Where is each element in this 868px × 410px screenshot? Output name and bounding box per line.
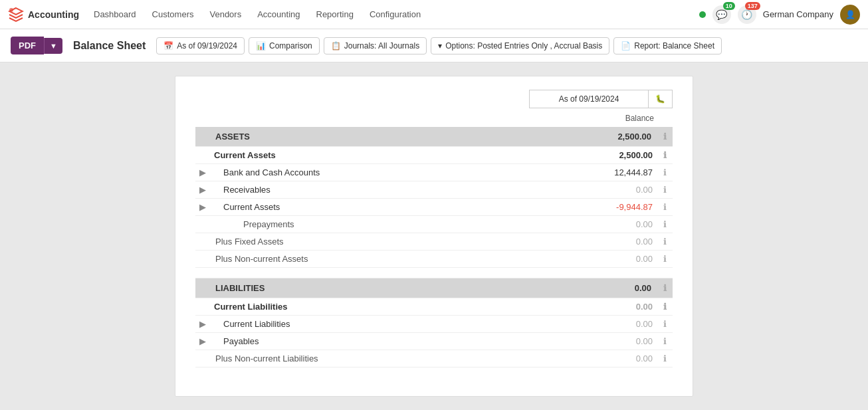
top-navigation: Accounting Dashboard Customers Vendors A… xyxy=(0,0,868,29)
prepayments-info[interactable]: ℹ xyxy=(657,216,673,233)
nav-dashboard[interactable]: Dashboard xyxy=(87,5,143,23)
page-title: Balance Sheet xyxy=(73,40,146,52)
comparison-label: Comparison xyxy=(269,41,312,51)
liabilities-total: 0.00 xyxy=(577,278,657,298)
balance-sheet-table: ASSETS 2,500.00 ℹ Current Assets 2,500.0… xyxy=(195,127,673,367)
comparison-filter-button[interactable]: 📊 Comparison xyxy=(249,37,320,54)
non-current-liabilities-amount: 0.00 xyxy=(577,350,657,367)
bank-cash-label: Bank and Cash Accounts xyxy=(210,164,577,181)
fixed-assets-amount: 0.00 xyxy=(577,233,657,251)
non-current-assets-amount: 0.00 xyxy=(577,251,657,268)
report-toolbar: PDF ▼ Balance Sheet 📅 As of 09/19/2024 📊… xyxy=(0,29,868,62)
report-type-button[interactable]: 📄 Report: Balance Sheet xyxy=(613,37,722,54)
assets-info-icon[interactable]: ℹ xyxy=(657,127,673,147)
receivables-info[interactable]: ℹ xyxy=(657,181,673,199)
bank-cash-row: ▶ Bank and Cash Accounts 12,444.87 ℹ xyxy=(195,164,673,181)
current-liabilities-label: Current Liabilities xyxy=(210,316,577,333)
options-label: Options: Posted Entries Only , Accrual B… xyxy=(445,41,602,51)
user-avatar[interactable]: 👤 xyxy=(840,5,860,25)
current-assets-sub-label: Current Assets xyxy=(210,199,577,216)
payables-row: ▶ Payables 0.00 ℹ xyxy=(195,333,673,350)
assets-header-row: ASSETS 2,500.00 ℹ xyxy=(195,127,673,147)
debug-button[interactable]: 🐛 xyxy=(649,90,673,108)
current-assets-sub-info[interactable]: ℹ xyxy=(657,199,673,216)
liabilities-header-row: LIABILITIES 0.00 ℹ xyxy=(195,278,673,298)
non-current-assets-row: Plus Non-current Assets 0.00 ℹ xyxy=(195,251,673,268)
options-filter-button[interactable]: ▾ Options: Posted Entries Only , Accrual… xyxy=(431,37,609,54)
bank-cash-info[interactable]: ℹ xyxy=(657,164,673,181)
current-assets-info[interactable]: ℹ xyxy=(657,147,673,164)
non-current-liabilities-row: Plus Non-current Liabilities 0.00 ℹ xyxy=(195,350,673,367)
payables-amount: 0.00 xyxy=(577,333,657,350)
current-assets-subsection: Current Assets 2,500.00 ℹ xyxy=(195,147,673,164)
payables-label: Payables xyxy=(210,333,577,350)
journals-label: Journals: All Journals xyxy=(344,41,419,51)
nav-reporting[interactable]: Reporting xyxy=(310,5,360,23)
bank-cash-expand[interactable]: ▶ xyxy=(195,164,210,181)
messages-button[interactable]: 💬 10 xyxy=(712,5,731,24)
date-cell: As of 09/19/2024 xyxy=(529,90,649,108)
journals-filter-button[interactable]: 📋 Journals: All Journals xyxy=(324,37,427,54)
pdf-button-group: PDF ▼ xyxy=(11,37,62,54)
date-filter-button[interactable]: 📅 As of 09/19/2024 xyxy=(156,37,245,54)
payables-expand[interactable]: ▶ xyxy=(195,333,210,350)
filter-buttons: 📅 As of 09/19/2024 📊 Comparison 📋 Journa… xyxy=(156,37,722,54)
nav-customers[interactable]: Customers xyxy=(146,5,201,23)
date-filter-label: As of 09/19/2024 xyxy=(177,41,237,51)
current-liabilities-sub-info[interactable]: ℹ xyxy=(657,298,673,316)
balance-column-label: Balance xyxy=(195,114,673,123)
prepayments-amount: 0.00 xyxy=(577,216,657,233)
alerts-button[interactable]: 🕐 137 xyxy=(738,5,756,24)
current-assets-sub-amount: -9,944.87 xyxy=(577,199,657,216)
nav-accounting[interactable]: Accounting xyxy=(251,5,306,23)
svg-point-0 xyxy=(9,8,13,12)
current-liabilities-amount: 0.00 xyxy=(577,316,657,333)
nav-configuration[interactable]: Configuration xyxy=(363,5,427,23)
current-assets-total: 2,500.00 xyxy=(577,147,657,164)
logo-icon xyxy=(8,7,24,23)
company-name: German Company xyxy=(763,9,833,19)
current-liabilities-sub-amount: 0.00 xyxy=(577,298,657,316)
app-name: Accounting xyxy=(28,9,79,20)
filter-icon: ▾ xyxy=(438,41,442,51)
balance-sheet-report: As of 09/19/2024 🐛 Balance ASSETS 2,500.… xyxy=(175,76,693,397)
current-liabilities-subsection: Current Liabilities 0.00 ℹ xyxy=(195,298,673,316)
fixed-assets-label: Plus Fixed Assets xyxy=(210,233,577,251)
calendar-icon: 📅 xyxy=(163,41,173,51)
journal-icon: 📋 xyxy=(331,41,341,51)
alerts-badge: 137 xyxy=(745,2,760,10)
chart-icon: 📊 xyxy=(256,41,266,51)
liabilities-label: LIABILITIES xyxy=(210,278,577,298)
current-liabilities-info[interactable]: ℹ xyxy=(657,316,673,333)
prepayments-row: Prepayments 0.00 ℹ xyxy=(195,216,673,233)
report-date-header: As of 09/19/2024 🐛 xyxy=(195,90,673,108)
app-logo[interactable]: Accounting xyxy=(8,7,79,23)
receivables-expand[interactable]: ▶ xyxy=(195,181,210,199)
current-liabilities-row: ▶ Current Liabilities 0.00 ℹ xyxy=(195,316,673,333)
current-assets-expand[interactable]: ▶ xyxy=(195,199,210,216)
messages-badge: 10 xyxy=(723,2,735,10)
nav-vendors[interactable]: Vendors xyxy=(203,5,248,23)
receivables-label: Receivables xyxy=(210,181,577,199)
nav-right-section: 💬 10 🕐 137 German Company 👤 xyxy=(699,5,860,25)
current-assets-label: Current Assets xyxy=(210,147,577,164)
fixed-assets-info[interactable]: ℹ xyxy=(657,233,673,251)
non-current-assets-info[interactable]: ℹ xyxy=(657,251,673,268)
payables-info[interactable]: ℹ xyxy=(657,333,673,350)
main-content: As of 09/19/2024 🐛 Balance ASSETS 2,500.… xyxy=(0,62,868,410)
pdf-dropdown-button[interactable]: ▼ xyxy=(44,38,62,54)
pdf-button[interactable]: PDF xyxy=(11,37,44,54)
online-status-icon xyxy=(699,11,706,18)
current-liabilities-sub-label: Current Liabilities xyxy=(210,298,577,316)
bank-cash-amount: 12,444.87 xyxy=(577,164,657,181)
non-current-liabilities-label: Plus Non-current Liabilities xyxy=(210,350,577,367)
liabilities-info-icon[interactable]: ℹ xyxy=(657,278,673,298)
non-current-liabilities-info[interactable]: ℹ xyxy=(657,350,673,367)
assets-label: ASSETS xyxy=(210,127,577,147)
current-assets-sub-row: ▶ Current Assets -9,944.87 ℹ xyxy=(195,199,673,216)
non-current-assets-label: Plus Non-current Assets xyxy=(210,251,577,268)
current-liabilities-expand[interactable]: ▶ xyxy=(195,316,210,333)
fixed-assets-row: Plus Fixed Assets 0.00 ℹ xyxy=(195,233,673,251)
receivables-row: ▶ Receivables 0.00 ℹ xyxy=(195,181,673,199)
prepayments-label: Prepayments xyxy=(210,216,577,233)
